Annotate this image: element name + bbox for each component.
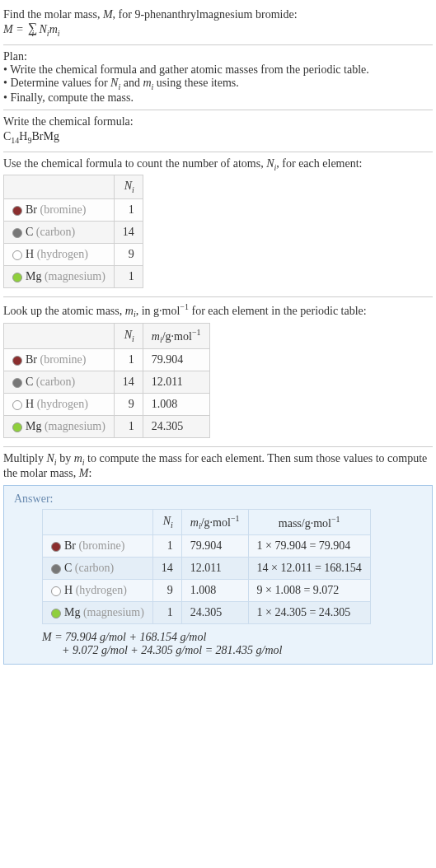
lookup-title-post: for each element in the periodic table: — [189, 305, 367, 317]
n-cell: 9 — [114, 394, 143, 416]
intro-text2: , for 9-phenanthrylmagnesium bromide: — [113, 8, 298, 21]
element-symbol: H — [26, 248, 34, 260]
intro-line: Find the molar mass, M, for 9-phenanthry… — [3, 8, 433, 21]
final-M: M — [42, 631, 52, 643]
table-row: C (carbon)1412.011 — [4, 371, 210, 394]
table-row: H (hydrogen)91.008 — [4, 394, 210, 416]
element-swatch-icon — [51, 586, 61, 596]
eq-N: N — [40, 23, 47, 35]
element-name: (hydrogen) — [37, 398, 88, 410]
chem-c14: 14 — [11, 136, 19, 145]
element-cell: Br (bromine) — [4, 349, 115, 371]
n-cell: 14 — [114, 371, 143, 394]
ans-hdr-Ni: i — [171, 520, 173, 530]
count-title: Use the chemical formula to count the nu… — [3, 157, 433, 172]
mul-colon: : — [88, 467, 91, 479]
mul-pre: Multiply — [3, 452, 47, 464]
mul-by: by — [57, 452, 74, 464]
lookup-table: Ni mi/g·mol−1 Br (bromine)179.904C (carb… — [3, 323, 210, 438]
n-cell: 9 — [114, 244, 143, 266]
element-name: (magnesium) — [45, 420, 105, 432]
element-name: (magnesium) — [83, 606, 144, 618]
element-cell: Mg (magnesium) — [4, 416, 115, 438]
header-N-sub: i — [132, 185, 134, 194]
chem-formula: C14H9BrMg — [3, 130, 433, 145]
element-name: (bromine) — [40, 203, 87, 216]
count-title-pre: Use the chemical formula to count the nu… — [3, 157, 266, 170]
mul-m: m — [74, 452, 82, 464]
header-N: Ni — [114, 175, 143, 199]
chem-title: Write the chemical formula: — [3, 115, 433, 128]
element-cell: C (carbon) — [4, 371, 115, 394]
element-cell: C (carbon) — [43, 558, 153, 580]
element-name: (carbon) — [75, 562, 114, 574]
lookup-title-exp: −1 — [180, 302, 189, 311]
table-row: C (carbon)14 — [4, 222, 143, 244]
lookup-section: Look up the atomic mass, mi, in g·mol−1 … — [3, 297, 433, 447]
plan-bullet-2: • Determine values for Ni and mi using t… — [3, 77, 433, 91]
plan-b2-and: and — [120, 77, 143, 89]
answer-box: Answer: Ni mi/g·mol−1 mass/g·mol−1 Br (b… — [3, 485, 433, 665]
plan-title: Plan: — [3, 50, 433, 63]
count-table: Ni Br (bromine)1C (carbon)14H (hydrogen)… — [3, 175, 143, 288]
plan-b2-m: m — [143, 77, 151, 89]
m-cell: 1.008 — [181, 580, 248, 602]
intro-text: Find the molar mass, — [3, 8, 103, 21]
element-name: (carbon) — [36, 226, 75, 238]
plan-bullet-3: • Finally, compute the mass. — [3, 91, 433, 105]
m-cell: 24.305 — [181, 602, 248, 624]
element-swatch-icon — [12, 273, 22, 282]
ans-hdr-exp: −1 — [231, 514, 240, 523]
header-m: mi/g·mol−1 — [143, 323, 209, 348]
lookup-title: Look up the atomic mass, mi, in g·mol−1 … — [3, 302, 433, 319]
table-row: C (carbon)1412.01114 × 12.011 = 168.154 — [43, 558, 371, 580]
table-header-row: Ni — [4, 175, 143, 199]
count-title-N: N — [266, 157, 274, 170]
element-swatch-icon — [12, 422, 22, 432]
element-symbol: Br — [64, 539, 76, 552]
n-cell: 1 — [114, 416, 143, 438]
mul-M: M — [79, 467, 89, 479]
hdr-m: m — [152, 329, 160, 342]
mass-cell: 1 × 79.904 = 79.904 — [248, 535, 370, 558]
element-symbol: H — [26, 398, 34, 410]
final-line1: = 79.904 g/mol + 168.154 g/mol — [52, 631, 207, 643]
element-name: (bromine) — [40, 353, 87, 366]
table-row: Br (bromine)1 — [4, 199, 143, 222]
plan-section: Plan: • Write the chemical formula and g… — [3, 45, 433, 110]
count-section: Use the chemical formula to count the nu… — [3, 152, 433, 298]
final-line2: + 9.072 g/mol + 24.305 g/mol = 281.435 g… — [42, 644, 283, 656]
element-symbol: Br — [26, 203, 37, 216]
element-symbol: Mg — [64, 606, 80, 618]
ans-hdr-mass: mass/g·mol — [279, 516, 331, 529]
header-empty — [43, 509, 153, 534]
mass-cell: 9 × 1.008 = 9.072 — [248, 580, 370, 602]
element-swatch-icon — [12, 206, 22, 216]
plan-b2-post: using these items. — [153, 77, 238, 89]
m-cell: 1.008 — [143, 394, 209, 416]
m-cell: 12.011 — [181, 558, 248, 580]
multiply-text: Multiply Ni by mi to compute the mass fo… — [3, 452, 433, 480]
n-cell: 9 — [152, 580, 181, 602]
table-row: H (hydrogen)91.0089 × 1.008 = 9.072 — [43, 580, 371, 602]
hdr-exp: −1 — [192, 328, 201, 337]
element-name: (hydrogen) — [76, 584, 127, 596]
m-cell: 79.904 — [143, 349, 209, 371]
element-name: (hydrogen) — [37, 248, 88, 260]
eq-lhs: M = — [3, 23, 26, 35]
eq-m: m — [49, 23, 58, 35]
n-cell: 1 — [114, 199, 143, 222]
m-cell: 24.305 — [143, 416, 209, 438]
n-cell: 1 — [114, 266, 143, 288]
header-N: Ni — [152, 509, 181, 534]
table-row: Br (bromine)179.904 — [4, 349, 210, 371]
n-cell: 1 — [152, 602, 181, 624]
chem-c: C — [3, 130, 11, 142]
count-title-post: , for each element: — [276, 157, 362, 170]
element-symbol: Mg — [26, 420, 41, 432]
lookup-title-pre: Look up the atomic mass, — [3, 305, 125, 317]
element-symbol: C — [64, 562, 72, 574]
header-N-text: N — [124, 180, 132, 192]
table-row: Mg (magnesium)124.305 — [4, 416, 210, 438]
mass-cell: 1 × 24.305 = 24.305 — [248, 602, 370, 624]
